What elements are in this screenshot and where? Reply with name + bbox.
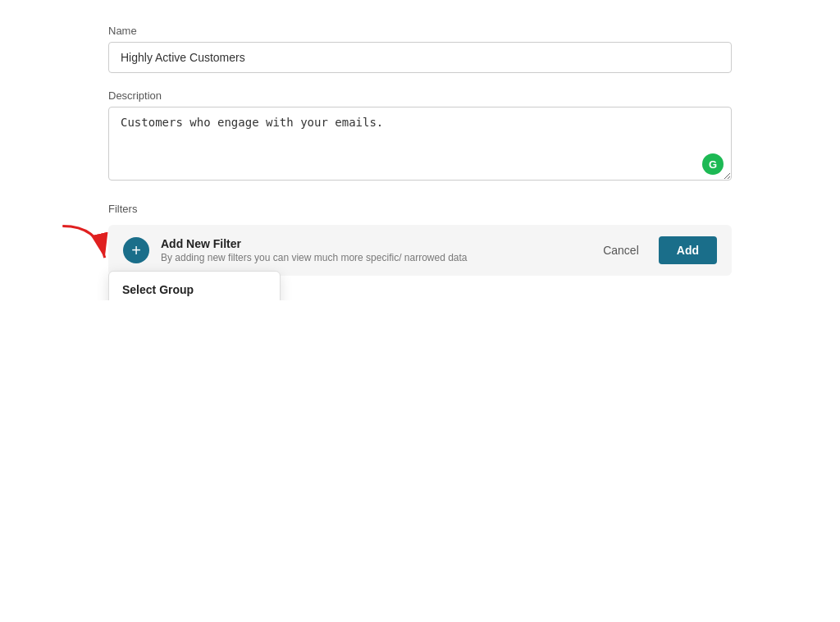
add-button[interactable]: Add [659, 236, 717, 264]
add-filter-title: Add New Filter [161, 237, 468, 250]
filter-bar-area: + Add New Filter By adding new filters y… [108, 225, 732, 276]
description-label: Description [108, 89, 732, 102]
name-label: Name [108, 25, 732, 37]
description-field-group: Description Customers who engage with yo… [108, 89, 732, 183]
menu-header: Select Group [109, 272, 280, 300]
arrow-container [51, 219, 116, 271]
description-input[interactable]: Customers who engage with your emails. [108, 107, 732, 181]
add-filter-bar: + Add New Filter By adding new filters y… [108, 225, 732, 276]
add-filter-subtitle: By adding new filters you can view much … [161, 252, 468, 263]
description-wrapper: Customers who engage with your emails. G [108, 107, 732, 183]
add-filter-text: Add New Filter By adding new filters you… [161, 237, 468, 263]
grammarly-icon: G [702, 153, 724, 175]
name-field-group: Name [108, 25, 732, 73]
filter-actions: Cancel Add [593, 236, 717, 264]
add-filter-icon[interactable]: + [123, 237, 149, 263]
filters-section: Filters + Add New Filter By adding new f… [108, 203, 732, 276]
red-arrow-icon [51, 219, 116, 268]
name-input[interactable] [108, 42, 732, 73]
select-group-menu: Select Group Segments›Contact Details›Us… [108, 271, 281, 300]
cancel-button[interactable]: Cancel [593, 237, 649, 263]
filters-label: Filters [108, 203, 732, 215]
